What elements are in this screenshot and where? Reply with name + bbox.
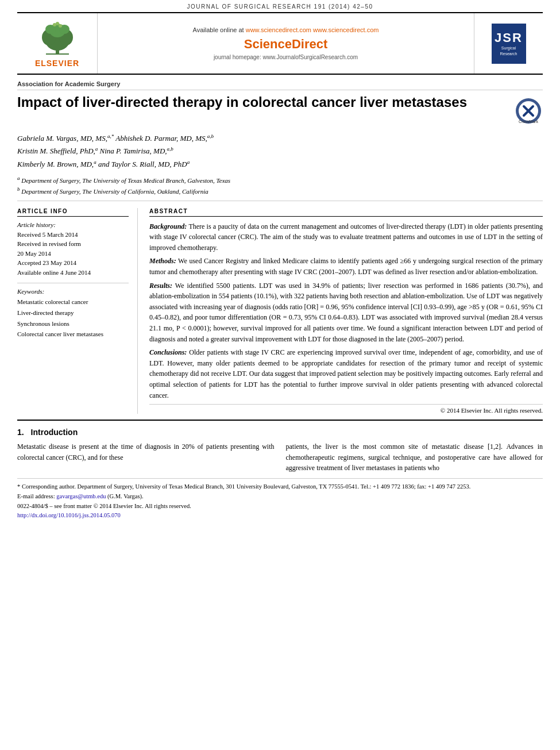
journal-center-header: Available online at www.sciencedirect.co…	[98, 13, 474, 74]
author-line1: Gabriela M. Vargas, MD, MS,a,* Abhishek …	[17, 134, 214, 143]
keywords-label: Keywords:	[17, 288, 129, 295]
intro-left-col: Metastatic disease is present at the tim…	[17, 441, 275, 474]
sciencedirect-url[interactable]: www.sciencedirect.com	[246, 26, 311, 33]
abstract-conclusions: Conclusions: Older patients with stage I…	[149, 347, 543, 401]
jsr-letters: JSR	[495, 30, 523, 45]
conclusions-label: Conclusions:	[149, 348, 187, 356]
footnotes: * Corresponding author. Department of Su…	[17, 478, 543, 521]
elsevier-logo: ELSEVIER	[34, 19, 80, 68]
article-info-column: ARTICLE INFO Article history: Received 5…	[17, 208, 138, 414]
affiliation-a: a Department of Surgery, The University …	[17, 175, 543, 185]
email-note: E-mail address: gavargas@utmb.edu (G.M. …	[17, 492, 543, 502]
doi-link[interactable]: http://dx.doi.org/10.1016/j.jss.2014.05.…	[17, 511, 543, 521]
online-date: Available online 4 June 2014	[17, 268, 129, 278]
article-info-header: ARTICLE INFO	[17, 208, 129, 217]
article-history-label: Article history:	[17, 221, 129, 228]
intro-title: 1. Introduction	[17, 428, 543, 437]
crossmark-icon: CrossMark	[514, 97, 543, 125]
background-text: There is a paucity of data on the curren…	[149, 222, 543, 252]
journal-header: ELSEVIER Available online at www.science…	[17, 12, 543, 75]
introduction-section: 1. Introduction Metastatic disease is pr…	[17, 420, 543, 474]
jsr-logo-section: JSR SurgicalResearch	[474, 13, 543, 74]
issn-note: 0022-4804/$ – see front matter © 2014 El…	[17, 502, 543, 511]
accepted-date: Accepted 23 May 2014	[17, 258, 129, 268]
svg-text:CrossMark: CrossMark	[519, 120, 538, 124]
copyright-line: © 2014 Elsevier Inc. All rights reserved…	[149, 404, 543, 414]
intro-body: Metastatic disease is present at the tim…	[17, 441, 543, 474]
intro-right-text: patients, the liver is the most common s…	[286, 441, 543, 474]
association-label: Association for Academic Surgery	[17, 80, 543, 90]
abstract-column: ABSTRACT Background: There is a paucity …	[149, 208, 543, 414]
results-text: We identified 5500 patients. LDT was use…	[149, 282, 543, 343]
keyword-2: Liver-directed therapy	[17, 307, 129, 318]
jsr-logo: JSR SurgicalResearch	[492, 24, 526, 64]
abstract-body: Background: There is a paucity of data o…	[149, 221, 543, 401]
jsr-box: JSR SurgicalResearch	[492, 24, 526, 64]
elsevier-logo-section: ELSEVIER	[17, 13, 98, 74]
elsevier-tree-icon	[34, 19, 80, 56]
corresponding-note: * Corresponding author. Department of Su…	[17, 482, 543, 492]
conclusions-text: Older patients with stage IV CRC are exp…	[149, 348, 543, 399]
available-online-text: Available online at www.sciencedirect.co…	[193, 26, 379, 33]
methods-label: Methods:	[149, 257, 176, 265]
keywords-section: Keywords: Metastatic colorectal cancer L…	[17, 283, 129, 340]
author-line2: Kristin M. Sheffield, PhD,a Nina P. Tami…	[17, 147, 173, 155]
keyword-3: Synchronous lesions	[17, 318, 129, 329]
intro-left-text: Metastatic disease is present at the tim…	[17, 441, 275, 463]
journal-title: JOURNAL OF SURGICAL RESEARCH 191 (2014) …	[187, 3, 373, 10]
background-label: Background:	[149, 222, 187, 230]
article-title-row: Impact of liver-directed therapy in colo…	[17, 94, 543, 125]
keyword-4: Colorectal cancer liver metastases	[17, 329, 129, 340]
abstract-header: ABSTRACT	[149, 208, 543, 217]
author-line3: Kimberly M. Brown, MD,a and Taylor S. Ri…	[17, 160, 190, 168]
journal-homepage: journal homepage: www.JournalofSurgicalR…	[214, 54, 358, 60]
jsr-subtext: SurgicalResearch	[500, 45, 517, 56]
main-content: Association for Academic Surgery Impact …	[17, 75, 543, 526]
results-label: Results:	[149, 282, 172, 290]
keyword-1: Metastatic colorectal cancer	[17, 297, 129, 307]
svg-point-9	[59, 24, 62, 28]
journal-name-bar: JOURNAL OF SURGICAL RESEARCH 191 (2014) …	[0, 0, 560, 12]
keywords-list: Metastatic colorectal cancer Liver-direc…	[17, 297, 129, 340]
revised-date: 20 May 2014	[17, 249, 129, 259]
abstract-results: Results: We identified 5500 patients. LD…	[149, 280, 543, 345]
doi[interactable]: http://dx.doi.org/10.1016/j.jss.2014.05.…	[17, 512, 121, 518]
article-title: Impact of liver-directed therapy in colo…	[17, 94, 503, 111]
sciencedirect-brand: ScienceDirect	[244, 37, 328, 52]
intro-right-col: patients, the liver is the most common s…	[286, 441, 543, 474]
article-history-items: Received 5 March 2014 Received in revise…	[17, 230, 129, 278]
svg-rect-1	[46, 53, 69, 55]
abstract-methods: Methods: We used Cancer Registry and lin…	[149, 256, 543, 277]
authors: Gabriela M. Vargas, MD, MS,a,* Abhishek …	[17, 132, 543, 170]
article-info-abstract: ARTICLE INFO Article history: Received 5…	[17, 208, 543, 414]
email-link[interactable]: gavargas@utmb.edu	[56, 493, 106, 499]
received-date: Received 5 March 2014	[17, 230, 129, 240]
revised-label: Received in revised form	[17, 239, 129, 249]
affiliations: a Department of Surgery, The University …	[17, 175, 543, 201]
abstract-background: Background: There is a paucity of data o…	[149, 221, 543, 253]
methods-text: We used Cancer Registry and linked Medic…	[149, 257, 543, 276]
elsevier-name: ELSEVIER	[35, 59, 79, 68]
svg-point-10	[56, 22, 59, 25]
affiliation-b: b Department of Surgery, The University …	[17, 186, 543, 196]
